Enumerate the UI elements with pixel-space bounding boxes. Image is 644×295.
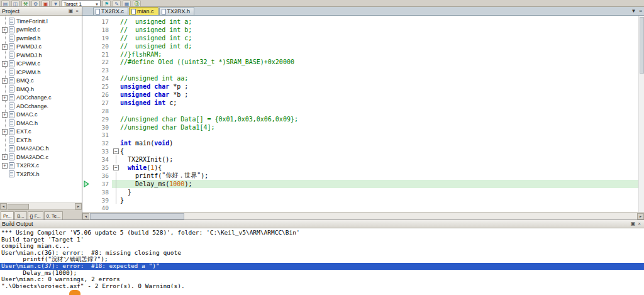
code-line[interactable]: 31 bbox=[82, 131, 638, 139]
code-line[interactable]: 36 printf("你好，世界"); bbox=[82, 172, 638, 180]
code-line[interactable]: 17// unsigned int a; bbox=[82, 18, 638, 26]
pin-icon[interactable]: ▣ bbox=[67, 8, 75, 15]
tree-item[interactable]: +ICPWM.c bbox=[0, 60, 82, 69]
code-line[interactable]: 22//#define Oled ((uint32_t *)SRAM_BASE)… bbox=[82, 58, 638, 66]
fold-toggle[interactable]: − bbox=[112, 164, 120, 172]
scrollbar-thumb[interactable] bbox=[90, 213, 184, 220]
tree-item[interactable]: ADCchange. bbox=[0, 102, 82, 111]
scroll-left-icon[interactable]: ◂ bbox=[82, 213, 89, 220]
code-line[interactable]: 21//}flshRAM; bbox=[82, 50, 638, 58]
scrollbar-thumb[interactable] bbox=[8, 204, 29, 209]
code-line[interactable]: 39} bbox=[82, 196, 638, 204]
tree-item[interactable]: BMQ.h bbox=[0, 85, 82, 94]
scroll-right-icon[interactable]: ▸ bbox=[637, 213, 644, 220]
options-icon[interactable]: ✎ bbox=[113, 0, 121, 7]
panel-tab[interactable]: Pr... bbox=[1, 211, 14, 220]
expand-icon[interactable]: + bbox=[2, 44, 8, 50]
expand-icon[interactable]: + bbox=[2, 154, 8, 160]
code-line[interactable]: 19// unsigned int c; bbox=[82, 34, 638, 42]
code-text bbox=[120, 66, 638, 74]
expand-icon[interactable]: + bbox=[2, 95, 8, 101]
tree-item[interactable]: +TX2RX.c bbox=[0, 162, 82, 170]
build-output-log: *** Using Compiler 'V5.06 update 5 (buil… bbox=[0, 228, 644, 288]
build-icon[interactable]: ⚒ bbox=[21, 0, 30, 7]
tree-item[interactable]: +BMQ.c bbox=[0, 77, 82, 86]
project-hscrollbar[interactable]: ◂ ▸ bbox=[0, 203, 82, 209]
code-line[interactable]: 38 } bbox=[82, 188, 638, 196]
save-icon[interactable]: ◫ bbox=[11, 0, 19, 7]
open-file-icon[interactable]: ▤ bbox=[1, 0, 9, 7]
file-icon bbox=[9, 86, 14, 92]
code-line[interactable]: 33−{ bbox=[82, 147, 638, 155]
code-line[interactable]: 37 Delay_ms(1000); bbox=[82, 180, 638, 188]
tree-item[interactable]: +PWMDJ.c bbox=[0, 43, 82, 52]
code-line[interactable]: 20// unsigned int d; bbox=[82, 42, 638, 50]
stop-icon[interactable]: ▣ bbox=[42, 0, 50, 7]
expand-icon[interactable]: + bbox=[2, 78, 8, 84]
code-line[interactable]: 24//unsigned int aa; bbox=[82, 74, 638, 82]
fold-toggle[interactable]: − bbox=[112, 147, 120, 155]
expand-icon[interactable]: + bbox=[2, 27, 8, 33]
download-icon[interactable]: ▼ bbox=[52, 0, 60, 7]
build-output-line[interactable]: ".\Objects\project.axf" - 2 Error(s), 0 … bbox=[1, 283, 644, 288]
code-line[interactable]: 26unsigned char *b ; bbox=[82, 91, 638, 99]
editor-vscrollbar[interactable] bbox=[638, 16, 644, 212]
code-line[interactable]: 25unsigned char *p ; bbox=[82, 82, 638, 91]
tree-item[interactable]: TX2RX.h bbox=[0, 170, 82, 179]
scroll-right-icon[interactable]: ▸ bbox=[75, 203, 82, 209]
close-icon[interactable]: × bbox=[74, 8, 80, 15]
code-editor[interactable]: 17// unsigned int a;18// unsigned int b;… bbox=[82, 16, 644, 212]
tree-item[interactable]: pwmled.h bbox=[0, 34, 82, 43]
flag-icon[interactable]: ⚑ bbox=[103, 0, 111, 7]
manage-items-icon[interactable]: ▦ bbox=[123, 0, 131, 7]
build-output-line[interactable]: Build target 'Target 1' bbox=[1, 237, 644, 243]
tree-item[interactable]: +pwmled.c bbox=[0, 26, 82, 35]
tree-item[interactable]: DMAC.h bbox=[0, 119, 82, 128]
code-line[interactable]: 34 TX2RXInit(); bbox=[82, 155, 638, 164]
editor-tab[interactable]: TX2RX.h bbox=[159, 7, 195, 15]
editor-tab[interactable]: mian.c bbox=[129, 7, 158, 15]
tab-list-chevron-icon[interactable]: ▼ bbox=[631, 8, 636, 14]
tree-item[interactable]: DMA2ADC.h bbox=[0, 145, 82, 153]
tree-item[interactable]: +DMA2ADC.c bbox=[0, 153, 82, 162]
build-output-line[interactable]: *** Using Compiler 'V5.06 update 5 (buil… bbox=[1, 230, 644, 237]
scroll-left-icon[interactable]: ◂ bbox=[0, 203, 7, 209]
close-document-icon[interactable]: × bbox=[639, 8, 642, 14]
debug-icon[interactable]: ⓓ bbox=[133, 0, 141, 7]
code-line[interactable]: 27unsigned int c; bbox=[82, 99, 638, 107]
tree-item[interactable]: +DMAC.c bbox=[0, 111, 82, 120]
close-icon[interactable]: × bbox=[636, 220, 642, 228]
code-line[interactable]: 23 bbox=[82, 66, 638, 74]
scrollbar-thumb[interactable] bbox=[640, 17, 644, 74]
rebuild-icon[interactable]: ⚙ bbox=[31, 0, 40, 7]
tree-item[interactable]: PWMDJ.h bbox=[0, 51, 82, 60]
fold-margin bbox=[112, 91, 120, 99]
expand-icon[interactable]: + bbox=[2, 61, 8, 67]
code-line[interactable]: 30//unsigned char Data1[4]; bbox=[82, 123, 638, 131]
tree-item[interactable]: +ADCchange.c bbox=[0, 94, 82, 103]
tree-item[interactable]: EXT.h bbox=[0, 136, 82, 145]
panel-tab[interactable]: {} F... bbox=[28, 211, 43, 220]
code-line[interactable]: 40 bbox=[82, 204, 638, 212]
panel-tab[interactable]: 0, Te... bbox=[44, 211, 63, 220]
code-line[interactable]: 28 bbox=[82, 107, 638, 115]
code-text: unsigned char *b ; bbox=[120, 91, 638, 99]
expand-icon[interactable]: + bbox=[2, 163, 8, 169]
editor-tab[interactable]: TX2RX.c bbox=[93, 7, 128, 15]
build-output-line[interactable]: User\mian.c(37): error: #18: expected a … bbox=[0, 263, 644, 270]
panel-tab[interactable]: B... bbox=[14, 211, 26, 220]
code-line[interactable]: 18// unsigned int b; bbox=[82, 26, 638, 34]
editor-hscrollbar[interactable]: ◂ ▸ bbox=[82, 212, 644, 220]
code-line[interactable]: 35− while(1){ bbox=[82, 164, 638, 172]
expand-icon[interactable]: + bbox=[2, 129, 8, 135]
tree-item[interactable]: +EXT.c bbox=[0, 128, 82, 136]
line-number: 19 bbox=[91, 35, 112, 42]
tree-item[interactable]: ICPWM.h bbox=[0, 68, 82, 77]
code-line[interactable]: 32int main(void) bbox=[82, 139, 638, 147]
expand-icon[interactable]: + bbox=[2, 112, 8, 118]
pin-icon[interactable]: ▣ bbox=[630, 220, 637, 228]
tree-item[interactable]: TimeForInit.l bbox=[0, 17, 82, 26]
code-line[interactable]: 29//unsigned char Data[] = {0x01,0x03,0x… bbox=[82, 115, 638, 123]
target-select[interactable]: Target 1 ▼ bbox=[62, 0, 101, 7]
file-icon bbox=[9, 60, 14, 67]
